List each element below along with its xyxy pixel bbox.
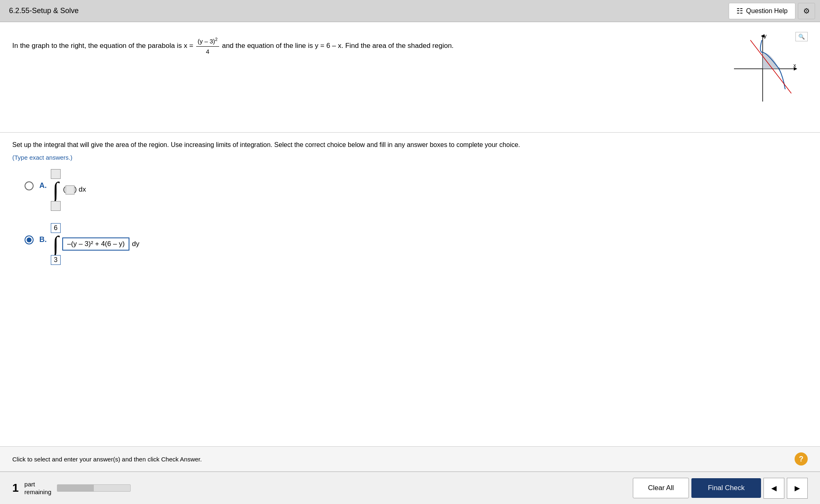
integral-a: ∫ () dx	[51, 169, 88, 211]
lower-bound-b: 3	[51, 255, 61, 265]
gear-icon: ⚙	[803, 7, 810, 15]
instructions-section: Set up the integral that will give the a…	[0, 133, 820, 165]
integral-sign-a: ∫	[53, 179, 59, 201]
graph-svg: x y	[726, 32, 800, 106]
integrand-a: () dx	[63, 185, 86, 194]
help-button[interactable]: ?	[795, 452, 808, 466]
progress-fill	[57, 485, 94, 491]
next-button[interactable]: ▶	[787, 478, 808, 499]
radio-b[interactable]	[25, 235, 34, 244]
lower-bound-a	[51, 201, 61, 211]
fraction: (y – 3)2 4	[196, 36, 220, 57]
problem-section: In the graph to the right, the equation …	[0, 22, 820, 133]
top-bar-right: ☷ Question Help ⚙	[729, 3, 815, 19]
integral-b: 6 ∫ 3 –(y – 3)² + 4(6 – y) dy	[51, 223, 139, 265]
remaining-label: remaining	[25, 488, 52, 496]
footer-buttons: Clear All Final Check ◀ ▶	[633, 478, 808, 499]
graph-container: 🔍 x y	[726, 32, 808, 107]
svg-text:y: y	[764, 33, 767, 39]
list-icon: ☷	[736, 7, 743, 16]
fraction-denominator: 4	[204, 47, 211, 57]
final-check-button[interactable]: Final Check	[691, 478, 761, 498]
part-text: part remaining	[25, 480, 52, 496]
fraction-numerator: (y – 3)2	[196, 36, 220, 47]
prev-button[interactable]: ◀	[763, 478, 784, 499]
integrand-b-text: –(y – 3)² + 4(6 – y)	[67, 240, 125, 248]
clear-all-button[interactable]: Clear All	[633, 478, 689, 498]
bottom-instruction-bar: Click to select and enter your answer(s)…	[0, 446, 820, 471]
part-label: part	[25, 480, 52, 488]
page-title: 6.2.55-Setup & Solve	[5, 4, 83, 18]
lower-bound-box-a[interactable]	[51, 201, 61, 211]
type-exact-label: (Type exact answers.)	[12, 154, 808, 161]
question-help-button[interactable]: ☷ Question Help	[729, 3, 795, 19]
choices-section: A. ∫	[0, 165, 820, 446]
integrand-b[interactable]: –(y – 3)² + 4(6 – y)	[62, 237, 129, 251]
choice-b: B. 6 ∫ 3 –(y – 3)² + 4(6 – y)	[25, 223, 808, 265]
graph-zoom-button[interactable]: 🔍	[795, 32, 808, 41]
part-info: 1 part remaining	[12, 480, 131, 496]
problem-text: In the graph to the right, the equation …	[12, 32, 718, 57]
top-bar: 6.2.55-Setup & Solve ☷ Question Help ⚙	[0, 0, 820, 22]
settings-button[interactable]: ⚙	[798, 3, 815, 19]
choice-a: A. ∫	[25, 169, 808, 211]
progress-bar	[57, 484, 131, 492]
integral-b-bounds: 6 ∫ 3	[51, 223, 61, 265]
dy-label: dy	[132, 240, 139, 248]
radio-a[interactable]	[25, 181, 34, 190]
choice-a-label: A.	[39, 181, 47, 190]
integrand-input-a[interactable]	[66, 185, 75, 194]
content-area: In the graph to the right, the equation …	[0, 22, 820, 446]
integral-a-expr: ∫ () dx	[51, 169, 88, 211]
zoom-icon: 🔍	[798, 34, 805, 40]
bottom-instruction-text: Click to select and enter your answer(s)…	[12, 456, 202, 463]
problem-middle: and the equation of the line is y = 6 – …	[222, 42, 454, 50]
integral-sign-b: ∫	[53, 233, 59, 255]
problem-intro: In the graph to the right, the equation …	[12, 42, 195, 50]
svg-text:x: x	[793, 62, 796, 68]
instructions-text: Set up the integral that will give the a…	[12, 140, 808, 150]
footer: 1 part remaining Clear All Final Check ◀…	[0, 471, 820, 504]
choice-b-label: B.	[39, 235, 47, 244]
question-help-label: Question Help	[746, 7, 788, 15]
integral-a-bounds: ∫	[51, 169, 61, 211]
integral-b-expr: 6 ∫ 3 –(y – 3)² + 4(6 – y) dy	[51, 223, 139, 265]
part-number: 1	[12, 481, 19, 495]
